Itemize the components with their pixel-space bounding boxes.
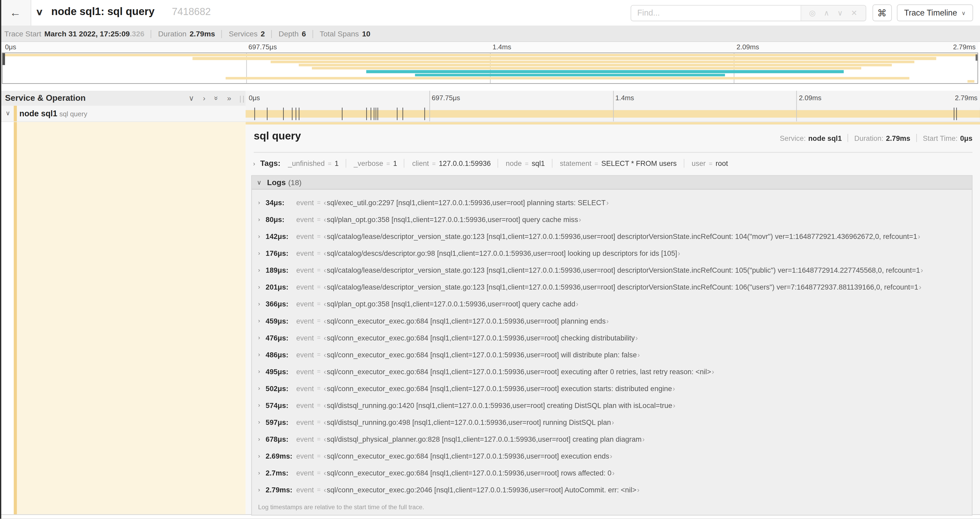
- logs-count: (18): [288, 178, 302, 187]
- chevron-down-icon: ∨: [962, 10, 966, 16]
- tag-item: _verbose = 1: [346, 159, 397, 168]
- command-icon: ⌘: [877, 7, 887, 18]
- minimap-canvas[interactable]: [2, 53, 978, 84]
- log-expand-caret-icon[interactable]: ›: [258, 385, 266, 391]
- minimap-span-bar: [226, 77, 909, 79]
- log-timestamp: 366μs:: [266, 300, 296, 308]
- span-detail-indent-fill: [17, 122, 245, 514]
- find-tool-icon[interactable]: ∧: [824, 8, 829, 17]
- tag-item: user = root: [684, 159, 728, 168]
- logs-section: ∨ Logs (18) › 34μs: event = sql/exec_uti…: [251, 175, 973, 516]
- ruler-tick-label: 2.09ms: [799, 94, 822, 101]
- view-selector-button[interactable]: Trace Timeline ∨: [897, 5, 973, 21]
- log-value: sql/conn_executor_exec.go:684 [nsql1,cli…: [324, 351, 640, 358]
- log-row[interactable]: › 2.69ms: event = sql/conn_executor_exec…: [252, 447, 972, 464]
- log-marker-tick: [295, 108, 296, 120]
- trace-collapse-caret-icon[interactable]: ∨: [35, 7, 43, 17]
- log-field-name: event: [296, 418, 314, 426]
- log-expand-caret-icon[interactable]: ›: [258, 402, 266, 409]
- log-expand-caret-icon[interactable]: ›: [258, 418, 266, 425]
- timeline-column-header: Service & Operation ∨ › » » 0μs697.75μs1…: [0, 91, 980, 106]
- summary-label: Duration: [158, 30, 186, 38]
- log-row[interactable]: › 459μs: event = sql/conn_executor_exec.…: [252, 312, 972, 329]
- log-timestamp: 2.79ms:: [266, 486, 296, 493]
- timeline-gridline: [429, 91, 430, 106]
- find-box: ◎∧∨✕: [630, 5, 866, 21]
- log-field-name: event: [296, 367, 314, 375]
- collapse-one-icon[interactable]: ∨: [189, 94, 194, 102]
- find-tool-icon[interactable]: ◎: [809, 8, 816, 17]
- back-button[interactable]: ←: [0, 0, 31, 26]
- tags-section[interactable]: › Tags: _unfinished = 1 _verbose =: [253, 153, 973, 174]
- log-expand-caret-icon[interactable]: ›: [258, 317, 266, 324]
- column-resizer-grip[interactable]: [240, 96, 244, 102]
- span-row-timeline-cell[interactable]: [245, 106, 980, 122]
- equals-sign: =: [317, 452, 321, 459]
- equals-sign: =: [317, 300, 321, 307]
- collapse-all-icon[interactable]: »: [212, 96, 221, 101]
- log-row[interactable]: › 476μs: event = sql/conn_executor_exec.…: [252, 329, 972, 346]
- log-row[interactable]: › 495μs: event = sql/conn_executor_exec.…: [252, 363, 972, 380]
- log-expand-caret-icon[interactable]: ›: [258, 199, 266, 206]
- log-expand-caret-icon[interactable]: ›: [258, 334, 266, 341]
- log-row[interactable]: › 574μs: event = sql/distsql_running.go:…: [252, 397, 972, 414]
- log-marker-tick: [397, 108, 397, 120]
- log-row[interactable]: › 201μs: event = sql/catalog/lease/descr…: [252, 278, 972, 295]
- log-expand-caret-icon[interactable]: ›: [258, 368, 266, 375]
- log-row[interactable]: › 176μs: event = sql/catalog/descs/descr…: [252, 245, 972, 262]
- log-expand-caret-icon[interactable]: ›: [258, 216, 266, 223]
- page-title: node sql1: sql query: [51, 6, 154, 18]
- log-field-name: event: [296, 317, 314, 324]
- log-expand-caret-icon[interactable]: ›: [258, 452, 266, 459]
- log-row[interactable]: › 678μs: event = sql/distsql_physical_pl…: [252, 430, 972, 447]
- log-row[interactable]: › 80μs: event = sql/plan_opt.go:358 [nsq…: [252, 211, 972, 228]
- log-expand-caret-icon[interactable]: ›: [258, 300, 266, 307]
- span-row[interactable]: ∨ node sql1 sql query: [0, 106, 980, 122]
- log-expand-caret-icon[interactable]: ›: [258, 486, 266, 493]
- span-detail-header[interactable]: sql query Service: node sql1 Duration: 2…: [245, 125, 980, 152]
- find-tool-icon[interactable]: ∨: [837, 8, 843, 17]
- logs-collapse-caret-icon[interactable]: ∨: [257, 179, 261, 186]
- log-marker-tick: [371, 108, 371, 120]
- log-marker-tick: [378, 108, 378, 120]
- log-row[interactable]: › 142μs: event = sql/catalog/lease/descr…: [252, 228, 972, 245]
- tag-key: client: [412, 160, 429, 167]
- log-row[interactable]: › 2.79ms: event = sql/conn_executor_exec…: [252, 481, 972, 498]
- expand-one-icon[interactable]: ›: [203, 94, 205, 102]
- tags-expand-caret-icon[interactable]: ›: [253, 160, 255, 167]
- logs-header[interactable]: ∨ Logs (18): [252, 176, 972, 190]
- log-expand-caret-icon[interactable]: ›: [258, 469, 266, 476]
- log-row[interactable]: › 189μs: event = sql/catalog/lease/descr…: [252, 262, 972, 278]
- keyboard-shortcuts-button[interactable]: ⌘: [872, 5, 892, 21]
- span-collapse-caret-icon[interactable]: ∨: [6, 109, 10, 116]
- log-value: sql/conn_executor_exec.go:684 [nsql1,cli…: [324, 452, 612, 459]
- span-row-name-cell[interactable]: ∨ node sql1 sql query: [0, 106, 245, 122]
- log-row[interactable]: › 597μs: event = sql/distsql_running.go:…: [252, 414, 972, 430]
- minimap-tick-label: 0μs: [5, 43, 16, 51]
- log-expand-caret-icon[interactable]: ›: [258, 351, 266, 358]
- log-row[interactable]: › 366μs: event = sql/plan_opt.go:358 [ns…: [252, 295, 972, 312]
- expand-all-icon[interactable]: »: [227, 94, 231, 102]
- minimap-right-scrub-handle[interactable]: [975, 54, 977, 61]
- equals-sign: =: [317, 317, 321, 324]
- log-expand-caret-icon[interactable]: ›: [258, 233, 266, 240]
- log-value: sql/conn_executor_exec.go:684 [nsql1,cli…: [324, 317, 609, 324]
- log-expand-caret-icon[interactable]: ›: [258, 267, 266, 273]
- log-value: sql/conn_executor_exec.go:684 [nsql1,cli…: [324, 469, 615, 476]
- minimap-left-scrub-handle[interactable]: [2, 53, 5, 65]
- log-expand-caret-icon[interactable]: ›: [258, 250, 266, 257]
- log-expand-caret-icon[interactable]: ›: [258, 284, 266, 291]
- log-expand-caret-icon[interactable]: ›: [258, 435, 266, 442]
- log-timestamp: 176μs:: [266, 249, 296, 257]
- logs-list: › 34μs: event = sql/exec_util.go:2297 [n…: [252, 190, 972, 498]
- log-row[interactable]: › 502μs: event = sql/conn_executor_exec.…: [252, 380, 972, 397]
- find-input[interactable]: [631, 5, 800, 20]
- log-row[interactable]: › 486μs: event = sql/conn_executor_exec.…: [252, 346, 972, 363]
- find-tool-icon[interactable]: ✕: [851, 8, 857, 17]
- service-color-stripe: [14, 106, 17, 121]
- log-marker-tick: [403, 108, 403, 120]
- log-row[interactable]: › 2.7ms: event = sql/conn_executor_exec.…: [252, 464, 972, 481]
- log-row[interactable]: › 34μs: event = sql/exec_util.go:2297 [n…: [252, 194, 972, 211]
- log-field-name: event: [296, 283, 314, 291]
- summary-value: 2: [261, 30, 265, 38]
